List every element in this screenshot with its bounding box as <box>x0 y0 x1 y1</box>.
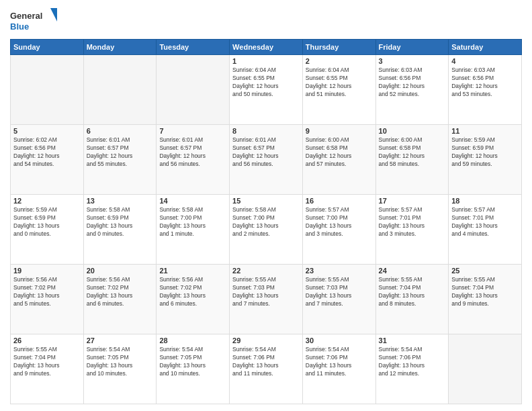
day-number: 30 <box>306 336 373 345</box>
calendar-day-14: 14Sunrise: 5:58 AM Sunset: 7:00 PM Dayli… <box>157 195 230 265</box>
calendar-day-2: 2Sunrise: 6:04 AM Sunset: 6:55 PM Daylig… <box>302 55 375 125</box>
calendar-day-24: 24Sunrise: 5:55 AM Sunset: 7:04 PM Dayli… <box>375 265 449 334</box>
day-number: 22 <box>232 267 300 275</box>
day-number: 15 <box>232 197 300 205</box>
day-info: Sunrise: 6:01 AM Sunset: 6:57 PM Dayligh… <box>87 136 154 169</box>
day-number: 5 <box>13 127 81 135</box>
calendar-day-16: 16Sunrise: 5:57 AM Sunset: 7:00 PM Dayli… <box>302 195 375 265</box>
svg-marker-2 <box>50 8 57 21</box>
day-info: Sunrise: 5:59 AM Sunset: 6:59 PM Dayligh… <box>451 136 519 169</box>
day-info: Sunrise: 5:55 AM Sunset: 7:04 PM Dayligh… <box>379 276 446 308</box>
calendar-day-21: 21Sunrise: 5:56 AM Sunset: 7:02 PM Dayli… <box>157 265 230 334</box>
col-header-sunday: Sunday <box>11 40 84 55</box>
day-info: Sunrise: 5:54 AM Sunset: 7:06 PM Dayligh… <box>379 346 446 378</box>
day-number: 10 <box>379 127 446 135</box>
svg-text:Blue: Blue <box>10 21 29 32</box>
day-number: 8 <box>232 127 300 135</box>
calendar-week-row: 26Sunrise: 5:55 AM Sunset: 7:04 PM Dayli… <box>11 334 522 404</box>
col-header-monday: Monday <box>83 40 157 55</box>
calendar-day-5: 5Sunrise: 6:02 AM Sunset: 6:56 PM Daylig… <box>11 125 84 195</box>
day-info: Sunrise: 6:04 AM Sunset: 6:55 PM Dayligh… <box>232 66 300 99</box>
day-number: 21 <box>159 267 226 275</box>
day-info: Sunrise: 5:58 AM Sunset: 7:00 PM Dayligh… <box>232 206 300 238</box>
calendar-day-27: 27Sunrise: 5:54 AM Sunset: 7:05 PM Dayli… <box>83 334 157 404</box>
calendar-day-13: 13Sunrise: 5:58 AM Sunset: 6:59 PM Dayli… <box>83 195 157 265</box>
calendar-day-3: 3Sunrise: 6:03 AM Sunset: 6:56 PM Daylig… <box>375 55 449 125</box>
calendar-day-26: 26Sunrise: 5:55 AM Sunset: 7:04 PM Dayli… <box>11 334 84 404</box>
calendar-day-22: 22Sunrise: 5:55 AM Sunset: 7:03 PM Dayli… <box>230 265 303 334</box>
calendar-week-row: 1Sunrise: 6:04 AM Sunset: 6:55 PM Daylig… <box>11 55 522 125</box>
calendar-day-empty <box>157 55 230 125</box>
day-info: Sunrise: 6:03 AM Sunset: 6:56 PM Dayligh… <box>379 66 446 99</box>
calendar-day-23: 23Sunrise: 5:55 AM Sunset: 7:03 PM Dayli… <box>302 265 375 334</box>
day-number: 27 <box>87 336 154 345</box>
calendar-day-15: 15Sunrise: 5:58 AM Sunset: 7:00 PM Dayli… <box>230 195 303 265</box>
day-number: 18 <box>451 197 519 205</box>
day-number: 13 <box>87 197 154 205</box>
calendar-week-row: 12Sunrise: 5:59 AM Sunset: 6:59 PM Dayli… <box>11 195 522 265</box>
calendar-day-10: 10Sunrise: 6:00 AM Sunset: 6:58 PM Dayli… <box>375 125 449 195</box>
day-number: 3 <box>379 57 446 65</box>
calendar-day-9: 9Sunrise: 6:00 AM Sunset: 6:58 PM Daylig… <box>302 125 375 195</box>
day-number: 14 <box>159 197 226 205</box>
day-info: Sunrise: 5:55 AM Sunset: 7:04 PM Dayligh… <box>451 276 519 308</box>
day-info: Sunrise: 5:54 AM Sunset: 7:05 PM Dayligh… <box>159 346 226 378</box>
day-number: 25 <box>451 267 519 275</box>
calendar-day-7: 7Sunrise: 6:01 AM Sunset: 6:57 PM Daylig… <box>157 125 230 195</box>
day-number: 20 <box>87 267 154 275</box>
calendar-day-4: 4Sunrise: 6:03 AM Sunset: 6:56 PM Daylig… <box>449 55 522 125</box>
day-info: Sunrise: 5:56 AM Sunset: 7:02 PM Dayligh… <box>159 276 226 308</box>
day-number: 17 <box>379 197 446 205</box>
col-header-friday: Friday <box>375 40 449 55</box>
day-info: Sunrise: 5:57 AM Sunset: 7:01 PM Dayligh… <box>379 206 446 238</box>
day-number: 2 <box>306 57 373 65</box>
day-info: Sunrise: 6:00 AM Sunset: 6:58 PM Dayligh… <box>379 136 446 169</box>
day-number: 23 <box>306 267 373 275</box>
header: General Blue <box>10 7 522 34</box>
logo-svg: General Blue <box>10 7 57 34</box>
calendar-day-18: 18Sunrise: 5:57 AM Sunset: 7:01 PM Dayli… <box>449 195 522 265</box>
day-number: 31 <box>379 336 446 345</box>
day-info: Sunrise: 5:54 AM Sunset: 7:05 PM Dayligh… <box>87 346 154 378</box>
day-info: Sunrise: 5:56 AM Sunset: 7:02 PM Dayligh… <box>87 276 154 308</box>
day-number: 16 <box>306 197 373 205</box>
day-info: Sunrise: 5:57 AM Sunset: 7:00 PM Dayligh… <box>306 206 373 238</box>
day-number: 24 <box>379 267 446 275</box>
day-info: Sunrise: 5:54 AM Sunset: 7:06 PM Dayligh… <box>232 346 300 378</box>
calendar-day-6: 6Sunrise: 6:01 AM Sunset: 6:57 PM Daylig… <box>83 125 157 195</box>
calendar-week-row: 5Sunrise: 6:02 AM Sunset: 6:56 PM Daylig… <box>11 125 522 195</box>
col-header-saturday: Saturday <box>449 40 522 55</box>
calendar-day-29: 29Sunrise: 5:54 AM Sunset: 7:06 PM Dayli… <box>230 334 303 404</box>
calendar-day-12: 12Sunrise: 5:59 AM Sunset: 6:59 PM Dayli… <box>11 195 84 265</box>
day-info: Sunrise: 6:01 AM Sunset: 6:57 PM Dayligh… <box>232 136 300 169</box>
day-number: 4 <box>451 57 519 65</box>
col-header-tuesday: Tuesday <box>157 40 230 55</box>
day-info: Sunrise: 5:57 AM Sunset: 7:01 PM Dayligh… <box>451 206 519 238</box>
day-number: 26 <box>13 336 81 345</box>
calendar-day-empty <box>449 334 522 404</box>
day-info: Sunrise: 5:55 AM Sunset: 7:04 PM Dayligh… <box>13 346 81 378</box>
col-header-thursday: Thursday <box>302 40 375 55</box>
calendar-day-25: 25Sunrise: 5:55 AM Sunset: 7:04 PM Dayli… <box>449 265 522 334</box>
col-header-wednesday: Wednesday <box>230 40 303 55</box>
calendar-day-28: 28Sunrise: 5:54 AM Sunset: 7:05 PM Dayli… <box>157 334 230 404</box>
day-number: 6 <box>87 127 154 135</box>
calendar-day-31: 31Sunrise: 5:54 AM Sunset: 7:06 PM Dayli… <box>375 334 449 404</box>
calendar-day-17: 17Sunrise: 5:57 AM Sunset: 7:01 PM Dayli… <box>375 195 449 265</box>
calendar-day-empty <box>11 55 84 125</box>
day-number: 11 <box>451 127 519 135</box>
calendar-day-1: 1Sunrise: 6:04 AM Sunset: 6:55 PM Daylig… <box>230 55 303 125</box>
logo: General Blue <box>10 7 57 34</box>
day-info: Sunrise: 6:01 AM Sunset: 6:57 PM Dayligh… <box>159 136 226 169</box>
calendar-table: SundayMondayTuesdayWednesdayThursdayFrid… <box>10 39 522 404</box>
day-info: Sunrise: 5:55 AM Sunset: 7:03 PM Dayligh… <box>306 276 373 308</box>
day-info: Sunrise: 6:02 AM Sunset: 6:56 PM Dayligh… <box>13 136 81 169</box>
day-info: Sunrise: 5:58 AM Sunset: 7:00 PM Dayligh… <box>159 206 226 238</box>
day-number: 28 <box>159 336 226 345</box>
day-info: Sunrise: 5:55 AM Sunset: 7:03 PM Dayligh… <box>232 276 300 308</box>
calendar-day-30: 30Sunrise: 5:54 AM Sunset: 7:06 PM Dayli… <box>302 334 375 404</box>
calendar-day-19: 19Sunrise: 5:56 AM Sunset: 7:02 PM Dayli… <box>11 265 84 334</box>
day-info: Sunrise: 5:59 AM Sunset: 6:59 PM Dayligh… <box>13 206 81 238</box>
day-number: 7 <box>159 127 226 135</box>
day-number: 12 <box>13 197 81 205</box>
